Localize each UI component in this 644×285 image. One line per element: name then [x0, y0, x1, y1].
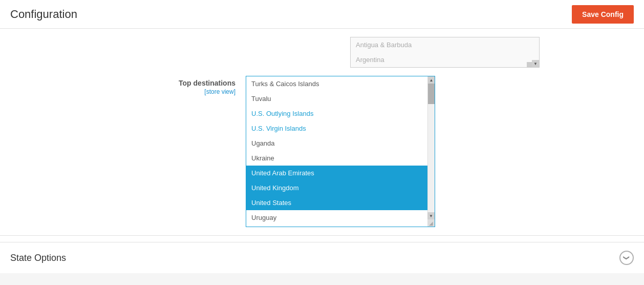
top-destinations-row: Top destinations [store view] ▲ Turks & … — [0, 68, 644, 235]
header: Configuration Save Config — [0, 0, 644, 29]
scroll-down-button[interactable]: ▼ — [427, 212, 435, 219]
multiselect-container: ▲ Turks & Caicos Islands Tuvalu U.S. Out… — [246, 76, 435, 227]
list-item[interactable]: U.S. Virgin Islands — [246, 121, 427, 136]
field-sub-label: [store view] — [0, 88, 235, 95]
upper-partial-section: Antigua & Barbuda Argentina ▼ — [0, 29, 644, 68]
list-item[interactable]: Ukraine — [246, 151, 427, 166]
resize-handle[interactable]: ◢ — [427, 219, 435, 227]
page-wrapper: Configuration Save Config Antigua & Barb… — [0, 0, 644, 285]
list-item[interactable]: Turks & Caicos Islands — [246, 76, 427, 91]
scrollbar-up-button[interactable]: ▲ — [428, 76, 435, 84]
scrollbar-track: ▲ — [427, 76, 435, 227]
state-options-title: State Options — [10, 253, 66, 263]
scrollbar-thumb[interactable] — [428, 84, 435, 104]
list-item: Argentina — [351, 52, 539, 67]
list-item[interactable]: U.S. Outlying Islands — [246, 106, 427, 121]
list-item[interactable]: Tuvalu — [246, 91, 427, 106]
list-item[interactable]: Uruguay — [246, 210, 427, 225]
top-destinations-select[interactable]: ▲ Turks & Caicos Islands Tuvalu U.S. Out… — [246, 76, 435, 227]
partial-country-list: Antigua & Barbuda Argentina ▼ — [350, 37, 540, 68]
state-options-section: State Options ❯ — [0, 242, 644, 273]
expand-state-options-button[interactable]: ❯ — [619, 251, 634, 265]
scroll-down-icon[interactable]: ▼ — [532, 60, 539, 67]
upper-partial-inner: Antigua & Barbuda Argentina ▼ — [350, 37, 540, 68]
options-list: Turks & Caicos Islands Tuvalu U.S. Outly… — [246, 76, 435, 227]
page-title: Configuration — [10, 8, 77, 21]
list-item: Antigua & Barbuda — [351, 37, 539, 52]
resize-handle — [527, 62, 532, 67]
field-label: Top destinations — [0, 79, 235, 87]
content-area: Antigua & Barbuda Argentina ▼ Top destin… — [0, 29, 644, 273]
list-item-united-arab-emirates[interactable]: United Arab Emirates — [246, 166, 427, 180]
list-item[interactable]: Uganda — [246, 136, 427, 151]
chevron-down-icon: ❯ — [623, 255, 630, 260]
list-item-united-kingdom[interactable]: United Kingdom — [246, 180, 427, 195]
save-config-button[interactable]: Save Config — [572, 5, 634, 24]
list-item[interactable]: Uzbekistan — [246, 225, 427, 227]
section-divider — [0, 235, 644, 236]
field-label-container: Top destinations [store view] — [0, 76, 246, 95]
list-item-united-states[interactable]: United States — [246, 195, 427, 210]
